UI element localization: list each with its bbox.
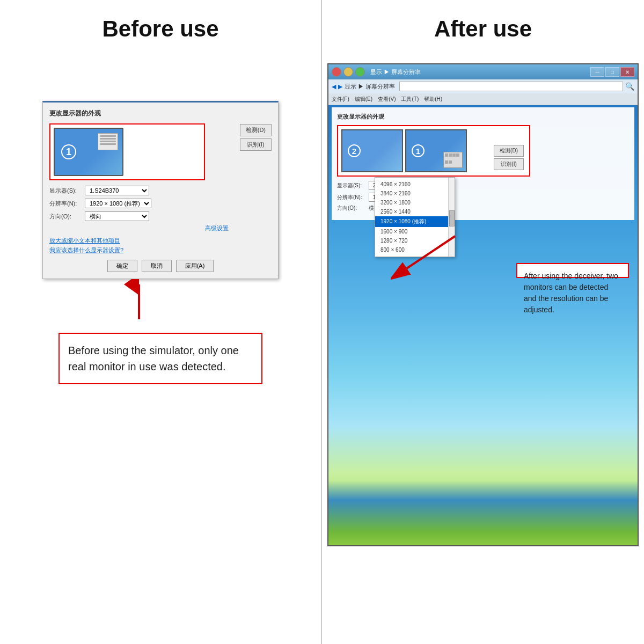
direction-row: 方向(O): 横向 bbox=[49, 211, 272, 221]
toolbar-tools[interactable]: 工具(T) bbox=[401, 96, 419, 103]
apply-button[interactable]: 应用(A) bbox=[176, 260, 214, 272]
win7-dialog-buttons: 检测(D) 识别(I) bbox=[494, 145, 524, 170]
toolbar-file[interactable]: 文件(F) bbox=[332, 96, 349, 103]
identify-button[interactable]: 识别(I) bbox=[240, 138, 272, 151]
link-1[interactable]: 放大或缩小文本和其他项目 bbox=[49, 237, 272, 245]
win7-content: 更改显示器的外观 2 1 bbox=[332, 107, 634, 220]
win7-title-text: 显示 ▶ 屏幕分辨率 bbox=[370, 68, 588, 76]
win7-dialog-title: 更改显示器的外观 bbox=[337, 113, 629, 121]
win7-search-icon[interactable]: 🔍 bbox=[625, 82, 634, 91]
win7-monitor-area: 2 1 检测(D) 识别(I) bbox=[337, 125, 530, 177]
icon-cell-6 bbox=[449, 160, 452, 164]
toolbar-help[interactable]: 帮助(H) bbox=[424, 96, 442, 103]
before-arrow-container bbox=[42, 279, 279, 322]
icon-bar-3 bbox=[100, 141, 116, 142]
display-row: 显示器(S): 1.S24B370 bbox=[49, 186, 272, 195]
res-3200[interactable]: 3200 × 1800 bbox=[375, 198, 455, 207]
after-desc-text: After using the deceiver, two monitors c… bbox=[524, 272, 618, 314]
win7-direction-value: 横 bbox=[369, 204, 374, 212]
resolution-row: 分辨率(N): 1920 × 1080 (推荐) bbox=[49, 199, 272, 208]
win7-screenshot: 显示 ▶ 屏幕分辨率 ─ □ ✕ ◀ ▶ 显示 ▶ 屏幕分辨率 🔍 文件(F) … bbox=[327, 63, 639, 546]
win7-identify-button[interactable]: 识别(I) bbox=[494, 158, 524, 170]
monitor-1-icon bbox=[98, 133, 118, 150]
before-dialog-buttons: 检测(D) 识别(I) bbox=[240, 124, 272, 151]
svg-line-3 bbox=[407, 236, 455, 268]
before-use-title: Before use bbox=[102, 16, 218, 42]
icon-cell-2 bbox=[449, 153, 452, 157]
after-description: After using the deceiver, two monitors c… bbox=[516, 263, 629, 278]
win7-nav-forward[interactable]: ▶ bbox=[338, 83, 342, 90]
ok-button[interactable]: 确定 bbox=[107, 260, 137, 272]
before-links: 放大或缩小文本和其他项目 我应该选择什么显示器设置? bbox=[49, 237, 272, 254]
win7-close-btn[interactable]: ✕ bbox=[620, 67, 634, 77]
link-2[interactable]: 我应该选择什么显示器设置? bbox=[49, 246, 272, 254]
win7-display-label: 显示器(S): bbox=[337, 182, 367, 189]
win7-resolution-label: 分辨率(N): bbox=[337, 194, 367, 201]
win7-monitor-2: 2 bbox=[341, 129, 403, 172]
toolbar-edit[interactable]: 编辑(E) bbox=[355, 96, 372, 103]
icon-cell-1 bbox=[445, 153, 448, 157]
res-4096[interactable]: 4096 × 2160 bbox=[375, 180, 455, 189]
win7-titlebar: 显示 ▶ 屏幕分辨率 ─ □ ✕ bbox=[328, 64, 638, 79]
win7-nav-back[interactable]: ◀ bbox=[332, 83, 336, 90]
win7-desktop-bg bbox=[328, 481, 638, 545]
resolution-scroll-thumb bbox=[449, 210, 455, 226]
win7-toolbar: 文件(F) 编辑(E) 查看(V) 工具(T) 帮助(H) bbox=[328, 93, 638, 105]
resolution-label: 分辨率(N): bbox=[49, 200, 82, 208]
monitor-1-number: 1 bbox=[61, 144, 76, 159]
before-dialog-title: 更改显示器的外观 bbox=[49, 109, 272, 118]
win7-search-box[interactable] bbox=[399, 82, 623, 91]
after-use-panel: After use 显示 ▶ 屏幕分辨率 ─ □ ✕ ◀ ▶ 显示 ▶ 屏幕分辨… bbox=[322, 0, 644, 644]
before-monitor-area: 1 bbox=[49, 123, 205, 180]
win7-monitor-1-icon bbox=[443, 152, 463, 168]
win7-restore-btn[interactable]: □ bbox=[605, 67, 619, 77]
res-3840[interactable]: 3840 × 2160 bbox=[375, 189, 455, 198]
icon-cell-4 bbox=[456, 153, 459, 157]
cancel-button[interactable]: 取消 bbox=[142, 260, 172, 272]
direction-label: 方向(O): bbox=[49, 213, 82, 221]
icon-bar-2 bbox=[100, 138, 116, 140]
win7-addressbar: ◀ ▶ 显示 ▶ 屏幕分辨率 🔍 bbox=[328, 79, 638, 93]
after-use-title: After use bbox=[434, 16, 532, 42]
display-select[interactable]: 1.S24B370 bbox=[85, 186, 149, 195]
detect-button[interactable]: 检测(D) bbox=[240, 124, 272, 136]
before-bottom-buttons: 确定 取消 应用(A) bbox=[49, 260, 272, 272]
win7-monitor-1-number: 1 bbox=[412, 144, 425, 157]
win7-window-controls: ─ □ ✕ bbox=[590, 67, 634, 77]
before-dialog: 更改显示器的外观 1 检测(D) 识别(I) 显示器(S): bbox=[42, 101, 279, 279]
before-desc-text: Before using the simulator, only one rea… bbox=[68, 345, 239, 372]
toolbar-view[interactable]: 查看(V) bbox=[378, 96, 396, 103]
res-2560[interactable]: 2560 × 1440 bbox=[375, 207, 455, 216]
win7-direction-label: 方向(O): bbox=[337, 204, 367, 212]
resolution-select[interactable]: 1920 × 1080 (推荐) bbox=[85, 199, 151, 208]
win7-minimize-icon[interactable] bbox=[343, 67, 353, 77]
win7-detect-button[interactable]: 检测(D) bbox=[494, 145, 524, 157]
before-dialog-form: 显示器(S): 1.S24B370 分辨率(N): 1920 × 1080 (推… bbox=[49, 186, 272, 221]
win7-address-text: 显示 ▶ 屏幕分辨率 bbox=[345, 83, 395, 91]
display-label: 显示器(S): bbox=[49, 187, 82, 195]
icon-cell-3 bbox=[452, 153, 456, 157]
before-red-arrow bbox=[123, 279, 155, 322]
win7-maximize-icon[interactable] bbox=[355, 67, 365, 77]
after-red-arrow bbox=[391, 231, 477, 284]
win7-close-icon[interactable] bbox=[332, 67, 341, 77]
direction-select[interactable]: 横向 bbox=[85, 211, 149, 221]
icon-bar-1 bbox=[100, 135, 116, 137]
win7-monitor-2-number: 2 bbox=[348, 144, 361, 157]
win7-minimize-btn[interactable]: ─ bbox=[590, 67, 604, 77]
icon-cell-5 bbox=[445, 160, 448, 164]
res-1920[interactable]: 1920 × 1080 (推荐) bbox=[375, 216, 455, 227]
before-use-panel: Before use 更改显示器的外观 1 检测(D) 识别(I) 显 bbox=[0, 0, 322, 644]
before-monitor-1: 1 bbox=[54, 128, 123, 176]
win7-monitor-1: 1 bbox=[405, 129, 467, 172]
apply-label: 高级设置 bbox=[49, 224, 229, 232]
before-description: Before using the simulator, only one rea… bbox=[58, 333, 262, 384]
icon-bar-4 bbox=[100, 143, 116, 145]
